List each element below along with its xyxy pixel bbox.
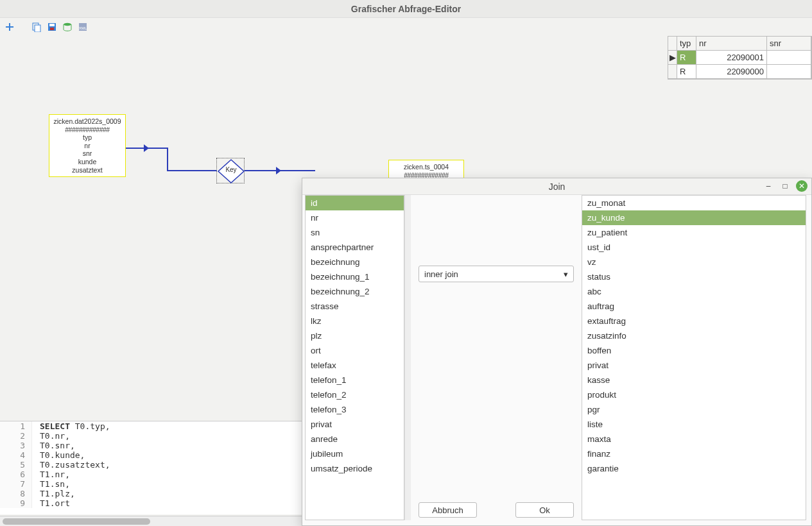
join-dialog: Join – □ ✕ idnrsnansprechpartnerbezeichn…: [302, 178, 812, 526]
results-grid[interactable]: typ nr snr ▶ R 22090001 R 22090000: [668, 36, 812, 80]
list-item[interactable]: zu_patient: [582, 225, 806, 240]
list-item[interactable]: privat: [582, 358, 806, 373]
table-row[interactable]: ▶ R 22090001: [668, 51, 811, 65]
list-item[interactable]: privat: [306, 417, 404, 432]
grid-corner: [668, 37, 677, 50]
cell[interactable]: 22090000: [696, 65, 767, 78]
ok-button-label: Ok: [539, 505, 550, 515]
toolbar: XML: [0, 18, 812, 36]
list-item[interactable]: plz: [306, 328, 404, 343]
list-item[interactable]: extauftrag: [582, 314, 806, 328]
list-item[interactable]: kasse: [582, 373, 806, 387]
entity2-name: zicken.ts_0004: [393, 163, 460, 171]
sql-code[interactable]: SELECT T0.typ,: [32, 421, 110, 431]
list-item[interactable]: zusatzinfo: [582, 328, 806, 343]
cell[interactable]: R: [677, 51, 696, 64]
line-number: 7: [0, 479, 32, 489]
line-number: 8: [0, 489, 32, 498]
list-item[interactable]: lkz: [306, 314, 404, 328]
key-node[interactable]: Key: [216, 158, 245, 183]
list-item[interactable]: bezeichnung_2: [306, 284, 404, 299]
list-item[interactable]: status: [582, 269, 806, 284]
list-item[interactable]: ort: [306, 343, 404, 358]
row-indicator: [668, 65, 677, 78]
sql-code[interactable]: T1.plz,: [32, 489, 75, 498]
list-item[interactable]: sn: [306, 225, 404, 240]
ok-button[interactable]: Ok: [515, 502, 574, 518]
line-number: 9: [0, 498, 32, 508]
col-header[interactable]: typ: [677, 37, 696, 50]
list-item[interactable]: pgr: [582, 402, 806, 417]
cell[interactable]: [767, 65, 811, 78]
right-field-list[interactable]: zu_monatzu_kundezu_patientust_idvzstatus…: [582, 195, 806, 520]
list-item[interactable]: telefax: [306, 358, 404, 373]
scrollbar-thumb[interactable]: [3, 518, 150, 525]
grid-header-row: typ nr snr: [668, 37, 811, 51]
sql-code[interactable]: T1.nr,: [32, 470, 70, 479]
sql-code[interactable]: T1.sn,: [32, 479, 70, 489]
list-item[interactable]: auftrag: [582, 299, 806, 314]
join-type-select[interactable]: inner join ▾: [419, 266, 574, 282]
list-item[interactable]: liste: [582, 417, 806, 432]
sql-code[interactable]: T1.ort: [32, 498, 70, 508]
cell[interactable]: 22090001: [696, 51, 767, 64]
list-item[interactable]: finanz: [582, 446, 806, 461]
minimize-icon[interactable]: –: [763, 180, 774, 192]
add-icon[interactable]: [4, 21, 15, 33]
list-item[interactable]: boffen: [582, 343, 806, 358]
line-number: 1: [0, 421, 32, 431]
list-item[interactable]: bezeichnung_1: [306, 269, 404, 284]
cancel-button-label: Abbruch: [432, 505, 463, 515]
list-item[interactable]: bezeichnung: [306, 255, 404, 269]
list-item[interactable]: strasse: [306, 299, 404, 314]
list-item[interactable]: id: [306, 196, 404, 210]
svg-rect-4: [50, 28, 54, 30]
dialog-title: Join: [549, 182, 566, 192]
list-item[interactable]: telefon_3: [306, 402, 404, 417]
list-item[interactable]: abc: [582, 284, 806, 299]
list-item[interactable]: zu_kunde: [582, 210, 806, 225]
close-icon[interactable]: ✕: [796, 180, 808, 192]
list-item[interactable]: garantie: [582, 461, 806, 476]
maximize-icon[interactable]: □: [779, 180, 791, 192]
col-header[interactable]: snr: [767, 37, 811, 50]
connector: [167, 148, 168, 171]
list-item[interactable]: vz: [582, 255, 806, 269]
connector: [167, 170, 217, 171]
line-number: 3: [0, 441, 32, 450]
list-item[interactable]: jubileum: [306, 446, 404, 461]
list-item[interactable]: zu_monat: [582, 196, 806, 210]
list-item[interactable]: ansprechpartner: [306, 240, 404, 255]
svg-text:XML: XML: [79, 26, 87, 30]
list-item[interactable]: telefon_1: [306, 373, 404, 387]
list-item[interactable]: ust_id: [582, 240, 806, 255]
svg-point-5: [64, 23, 71, 26]
key-label: Key: [217, 166, 245, 173]
cancel-button[interactable]: Abbruch: [419, 502, 477, 518]
cell[interactable]: R: [677, 65, 696, 78]
list-item[interactable]: anrede: [306, 432, 404, 446]
export-xml-icon[interactable]: XML: [77, 21, 89, 33]
col-header[interactable]: nr: [696, 37, 767, 50]
chevron-down-icon: ▾: [564, 269, 568, 279]
sql-code[interactable]: T0.kunde,: [32, 450, 85, 460]
entity-box-1[interactable]: zicken.dat2022s_0009 ############# typ n…: [49, 114, 126, 177]
save-icon[interactable]: [46, 21, 58, 33]
sql-code[interactable]: T0.zusatztext,: [32, 460, 110, 470]
dialog-titlebar[interactable]: Join – □ ✕: [302, 178, 811, 195]
copy-icon[interactable]: [31, 21, 42, 33]
cell[interactable]: [767, 51, 811, 64]
sql-code[interactable]: T0.snr,: [32, 441, 75, 450]
table-row[interactable]: R 22090000: [668, 65, 811, 79]
entity1-field: kunde: [53, 158, 121, 166]
db-sql-icon[interactable]: [62, 21, 73, 33]
left-field-list[interactable]: idnrsnansprechpartnerbezeichnungbezeichn…: [305, 195, 404, 520]
list-item[interactable]: produkt: [582, 387, 806, 402]
list-item[interactable]: nr: [306, 210, 404, 225]
list-item[interactable]: maxta: [582, 432, 806, 446]
list-item[interactable]: telefon_2: [306, 387, 404, 402]
scrollbar[interactable]: [404, 195, 411, 520]
join-center-pane: inner join ▾ Abbruch Ok: [419, 195, 574, 520]
sql-code[interactable]: T0.nr,: [32, 431, 70, 441]
list-item[interactable]: umsatz_periode: [306, 461, 404, 476]
